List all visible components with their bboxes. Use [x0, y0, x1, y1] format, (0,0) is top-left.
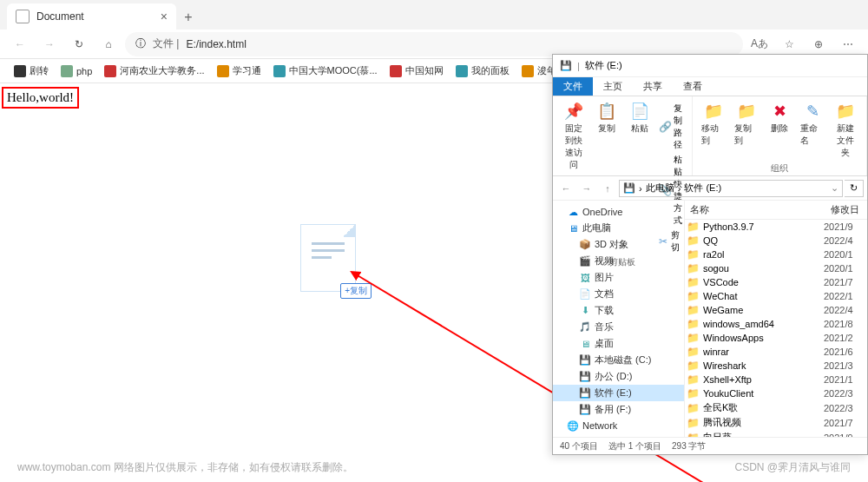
list-item[interactable]: 📁全民K歌2022/3	[685, 400, 867, 415]
tree-item[interactable]: ☁OneDrive	[553, 204, 684, 220]
tree-item[interactable]: 💾软件 (E:)	[553, 385, 684, 401]
bookmark-label: 我的面板	[471, 64, 510, 77]
tree-item[interactable]: 🎬视频	[553, 253, 684, 269]
folder-icon: 📁	[687, 360, 700, 372]
refresh-button[interactable]: ↻	[66, 31, 92, 57]
tree-item[interactable]: ⬇下载	[553, 302, 684, 319]
bookmark-item[interactable]: 我的面板	[450, 63, 515, 79]
rename-button[interactable]: ✎重命名	[797, 100, 828, 149]
new-folder-button[interactable]: 📁新建 文件夹	[830, 100, 861, 161]
close-tab-icon[interactable]: ×	[161, 10, 168, 23]
list-item[interactable]: 📁QQ2022/4	[685, 234, 867, 248]
list-item[interactable]: 📁腾讯视频2021/7	[685, 415, 867, 430]
drag-ghost: +复制	[292, 224, 365, 292]
bookmark-label: 学习通	[233, 64, 261, 77]
home-button[interactable]: ⌂	[95, 31, 122, 57]
tree-icon: 💾	[579, 387, 591, 399]
paste-button[interactable]: 📄粘贴	[624, 100, 655, 136]
bookmark-item[interactable]: 中国知网	[385, 63, 449, 79]
tree-icon: ☁	[567, 206, 579, 218]
chevron-down-icon[interactable]: ⌄	[831, 182, 838, 194]
explorer-tab[interactable]: 共享	[633, 77, 673, 96]
exp-path-field[interactable]: 💾 › 此电脑 › 软件 (E:) ⌄	[619, 180, 843, 197]
tree-item[interactable]: 💾本地磁盘 (C:)	[553, 352, 684, 368]
list-item[interactable]: 📁WeChat2022/1	[685, 289, 867, 303]
breadcrumb[interactable]: 软件 (E:)	[684, 182, 721, 195]
back-button[interactable]: ←	[7, 31, 33, 57]
tree-item[interactable]: 📦3D 对象	[553, 236, 684, 253]
newfolder-icon: 📁	[836, 102, 855, 121]
folder-icon: 📁	[687, 248, 700, 261]
exp-up-button[interactable]: ↑	[598, 179, 617, 198]
explorer-titlebar[interactable]: 💾 | 软件 (E:)	[553, 55, 867, 77]
col-name[interactable]: 名称	[685, 201, 825, 219]
tree-item[interactable]: 📄文档	[553, 286, 684, 302]
drive-icon: 💾	[623, 182, 635, 194]
bookmark-icon	[390, 65, 402, 77]
list-item[interactable]: 📁WindowsApps2021/2	[685, 331, 867, 345]
file-date: 2021/6	[824, 347, 865, 357]
explorer-tab[interactable]: 文件	[553, 77, 593, 96]
reader-icon[interactable]: Aあ	[746, 31, 773, 57]
file-name: Python3.9.7	[703, 221, 754, 232]
list-item[interactable]: 📁sogou2020/1	[685, 261, 867, 275]
tree-item[interactable]: 💾备用 (F:)	[553, 401, 684, 418]
list-item[interactable]: 📁Wireshark2021/3	[685, 359, 867, 373]
move-to-button[interactable]: 📁移动到	[698, 100, 729, 149]
path-icon: 🔗	[659, 121, 671, 133]
tree-icon: 💾	[579, 404, 591, 416]
bookmark-item[interactable]: 中国大学MOOC(慕...	[268, 63, 383, 79]
col-date[interactable]: 修改日	[825, 201, 867, 219]
forward-button[interactable]: →	[36, 31, 62, 57]
pin-button[interactable]: 📌固定到快 速访问	[558, 100, 589, 173]
copy-to-button[interactable]: 📁复制到	[731, 100, 762, 149]
tree-item[interactable]: 🌐Network	[553, 418, 684, 433]
tree-label: 此电脑	[582, 221, 611, 234]
tree-item[interactable]: 💾办公 (D:)	[553, 368, 684, 385]
explorer-tab[interactable]: 主页	[593, 77, 633, 96]
explorer-tab[interactable]: 查看	[673, 77, 713, 96]
tree-item[interactable]: 🖥此电脑	[553, 220, 684, 236]
tree-icon: 🖥	[579, 338, 591, 350]
folder-icon: 📁	[687, 373, 700, 386]
exp-refresh-button[interactable]: ↻	[845, 180, 864, 197]
tree-item[interactable]: 🖥桌面	[553, 335, 684, 352]
new-tab-button[interactable]: +	[176, 5, 201, 30]
bookmark-item[interactable]: 河南农业大学教务...	[99, 63, 209, 79]
footer-right: CSDN @霁月清风与谁同	[734, 460, 851, 475]
tree-icon: 💾	[579, 354, 591, 366]
bookmark-item[interactable]: 学习通	[212, 63, 266, 79]
bookmark-item[interactable]: php	[56, 63, 97, 79]
exp-back-button[interactable]: ←	[556, 179, 575, 198]
tree-icon: 🌐	[567, 419, 579, 432]
list-item[interactable]: 📁VSCode2021/7	[685, 275, 867, 289]
list-item[interactable]: 📁ra2ol2020/1	[685, 248, 867, 261]
list-item[interactable]: 📁Python3.9.72021/9	[685, 220, 867, 234]
list-item[interactable]: 📁windows_amd642021/8	[685, 317, 867, 331]
delete-button[interactable]: ✖删除	[764, 100, 795, 136]
toolbar-right: Aあ ☆ ⊕ ⋯	[746, 31, 861, 57]
bookmark-item[interactable]: 剧转	[9, 63, 54, 79]
file-date: 2020/1	[824, 263, 865, 274]
exp-forward-button[interactable]: →	[577, 179, 596, 198]
list-item[interactable]: 📁Xshell+Xftp2021/1	[685, 373, 867, 386]
tree-label: 视频	[595, 254, 614, 267]
list-item[interactable]: 📁向日葵2021/9	[685, 430, 867, 437]
copy-button[interactable]: 📋复制	[591, 100, 622, 136]
list-item[interactable]: 📁WeGame2022/4	[685, 303, 867, 317]
file-name: 向日葵	[703, 431, 732, 437]
list-item[interactable]: 📁winrar2021/6	[685, 345, 867, 359]
file-name: windows_amd64	[703, 319, 774, 329]
collections-icon[interactable]: ⊕	[806, 31, 832, 57]
breadcrumb[interactable]: 此电脑	[646, 182, 674, 195]
url-field[interactable]: ⓘ 文件 | E:/index.html	[125, 32, 743, 56]
file-date: 2022/3	[824, 403, 865, 413]
copy-path-button[interactable]: 🔗复制路径	[657, 102, 687, 152]
favorite-icon[interactable]: ☆	[776, 31, 802, 57]
browser-tab[interactable]: Document ×	[7, 3, 176, 30]
tree-item[interactable]: 🖼图片	[553, 269, 684, 286]
tree-icon: 🖼	[579, 272, 591, 284]
extensions-icon[interactable]: ⋯	[835, 31, 861, 57]
tree-item[interactable]: 🎵音乐	[553, 319, 684, 335]
list-item[interactable]: 📁YoukuClient2022/3	[685, 386, 867, 400]
